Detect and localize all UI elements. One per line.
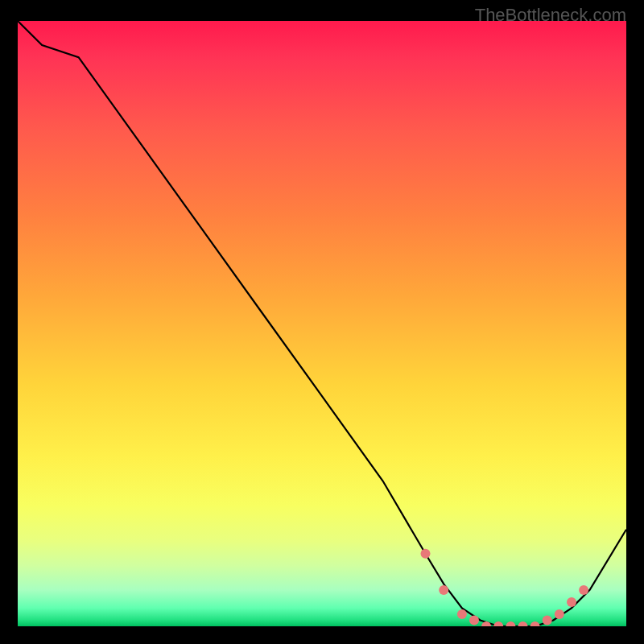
marker-dot [439, 585, 448, 595]
marker-dot [457, 609, 467, 619]
marker-dot [579, 585, 588, 595]
marker-dot [530, 621, 540, 626]
marker-dot [567, 597, 576, 607]
marker-dot [518, 621, 528, 626]
marker-dot [506, 621, 515, 626]
bottleneck-curve [18, 21, 626, 626]
highlight-markers [421, 549, 589, 626]
marker-dot [469, 616, 479, 625]
marker-dot [555, 609, 564, 619]
chart-container: TheBottleneck.com [0, 0, 644, 644]
marker-dot [421, 549, 431, 559]
marker-dot [543, 616, 552, 625]
marker-dot [493, 621, 503, 626]
marker-dot [481, 621, 491, 626]
chart-svg [18, 21, 626, 626]
watermark-text: TheBottleneck.com [475, 5, 626, 26]
